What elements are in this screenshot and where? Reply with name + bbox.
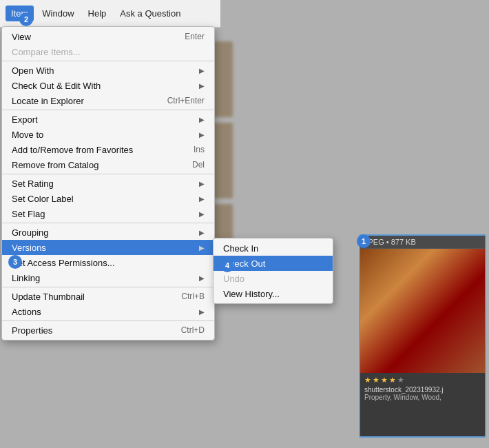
menu-item-label-update-thumb: Update Thumbnail xyxy=(12,292,174,302)
menubar: Item Window Help Ask a Question xyxy=(0,0,220,28)
menu-item-label-view: View xyxy=(12,32,178,42)
menu-item-remove-catalog[interactable]: Remove from CatalogDel xyxy=(2,157,214,172)
menu-item-label-set-color: Set Color Label xyxy=(12,194,196,204)
submenu-arrow-grouping: ▶ xyxy=(199,229,205,236)
menu-item-export[interactable]: Export▶ xyxy=(2,112,214,127)
menu-item-locate[interactable]: Locate in ExplorerCtrl+Enter xyxy=(2,93,214,108)
badge-2: 2 xyxy=(19,12,33,26)
selected-image-thumbnail xyxy=(360,249,485,373)
menu-item-set-rating[interactable]: Set Rating▶ xyxy=(2,176,214,191)
menu-item-label-properties: Properties xyxy=(12,325,174,336)
selected-image-panel: JPEG • 877 KB ★ ★ ★ ★ ★ shutterstock_202… xyxy=(359,234,486,438)
menu-item-label-checkout-edit: Check Out & Edit With xyxy=(12,81,196,91)
menu-item-properties[interactable]: PropertiesCtrl+D xyxy=(2,323,214,338)
submenu-arrow-set-color: ▶ xyxy=(199,195,205,203)
menu-item-compare: Compare Items... xyxy=(2,44,214,59)
menu-separator xyxy=(2,110,214,110)
menu-separator xyxy=(2,320,214,321)
submenu-arrow-open-with: ▶ xyxy=(199,67,205,74)
star-3: ★ xyxy=(381,376,388,385)
submenu-arrow-set-flag: ▶ xyxy=(199,210,205,218)
submenu-arrow-checkout-edit: ▶ xyxy=(199,82,205,90)
submenu-arrow-move-to: ▶ xyxy=(199,131,205,139)
badge-1: 1 xyxy=(357,234,371,248)
menu-item-label-set-access: Set Access Permissions... xyxy=(12,258,205,268)
menu-separator xyxy=(2,174,214,174)
menu-item-label-set-flag: Set Flag xyxy=(12,209,196,219)
menu-item-label-remove-catalog: Remove from Catalog xyxy=(12,160,185,170)
menu-item-favorites[interactable]: Add to/Remove from FavoritesIns xyxy=(2,142,214,157)
menu-item-versions[interactable]: Versions▶ xyxy=(2,240,214,255)
menu-item-ask[interactable]: Ask a Question xyxy=(114,6,186,21)
submenu-arrow-linking: ▶ xyxy=(199,274,205,282)
submenu-arrow-versions: ▶ xyxy=(199,244,205,252)
selected-image-header: JPEG • 877 KB xyxy=(360,236,485,249)
menu-item-view[interactable]: ViewEnter xyxy=(2,29,214,44)
selected-tags: Property, Window, Wood, xyxy=(364,394,481,401)
menu-item-actions[interactable]: Actions▶ xyxy=(2,304,214,319)
menu-item-help[interactable]: Help xyxy=(83,6,112,21)
menu-shortcut-locate: Ctrl+Enter xyxy=(167,96,205,105)
menu-item-move-to[interactable]: Move to▶ xyxy=(2,127,214,142)
submenu-item-undo: Undo xyxy=(214,271,333,286)
menu-separator xyxy=(2,61,214,61)
submenu-arrow-actions: ▶ xyxy=(199,308,205,316)
menu-item-label-compare: Compare Items... xyxy=(12,47,205,57)
selected-image-footer: ★ ★ ★ ★ ★ shutterstock_202319932.j Prope… xyxy=(360,373,485,404)
submenu-arrow-set-rating: ▶ xyxy=(199,180,205,187)
menu-item-set-flag[interactable]: Set Flag▶ xyxy=(2,206,214,221)
submenu-arrow-export: ▶ xyxy=(199,116,205,123)
star-1: ★ xyxy=(364,376,371,385)
menu-item-label-open-with: Open With xyxy=(12,65,196,76)
menu-item-label-set-rating: Set Rating xyxy=(12,179,196,189)
menu-item-label-locate: Locate in Explorer xyxy=(12,96,160,106)
submenu-item-check-in[interactable]: Check In xyxy=(214,241,333,256)
menu-item-label-favorites: Add to/Remove from Favorites xyxy=(12,145,187,155)
menu-item-set-access[interactable]: Set Access Permissions... xyxy=(2,255,214,270)
menu-shortcut-view: Enter xyxy=(185,32,205,41)
menu-item-label-versions: Versions xyxy=(12,243,196,253)
menu-shortcut-properties: Ctrl+D xyxy=(181,325,205,335)
menu-separator xyxy=(2,223,214,223)
menu-item-update-thumb[interactable]: Update ThumbnailCtrl+B xyxy=(2,289,214,304)
menu-separator xyxy=(2,287,214,287)
menu-item-grouping[interactable]: Grouping▶ xyxy=(2,225,214,240)
badge-3: 3 xyxy=(8,255,22,269)
menu-item-checkout-edit[interactable]: Check Out & Edit With▶ xyxy=(2,78,214,93)
menu-item-label-actions: Actions xyxy=(12,307,196,317)
menu-item-linking[interactable]: Linking▶ xyxy=(2,270,214,285)
menu-shortcut-update-thumb: Ctrl+B xyxy=(181,292,205,301)
menu-shortcut-favorites: Ins xyxy=(194,145,205,154)
submenu-item-view-history[interactable]: View History... xyxy=(214,286,333,301)
star-4: ★ xyxy=(389,376,396,385)
menu-item-set-color[interactable]: Set Color Label▶ xyxy=(2,191,214,206)
stars-row: ★ ★ ★ ★ ★ xyxy=(364,376,481,385)
menu-item-label-export: Export xyxy=(12,114,196,125)
menu-item-window[interactable]: Window xyxy=(37,6,79,21)
menu-item-open-with[interactable]: Open With▶ xyxy=(2,63,214,78)
selected-filename: shutterstock_202319932.j xyxy=(364,386,481,394)
badge-4: 4 xyxy=(220,258,234,272)
star-5: ★ xyxy=(397,376,404,385)
menu-item-label-grouping: Grouping xyxy=(12,227,196,238)
star-2: ★ xyxy=(373,376,379,385)
menu-shortcut-remove-catalog: Del xyxy=(192,160,205,170)
dropdown-menu: ViewEnterCompare Items...Open With▶Check… xyxy=(1,26,215,340)
menu-item-label-move-to: Move to xyxy=(12,130,196,140)
menu-item-label-linking: Linking xyxy=(12,273,196,283)
